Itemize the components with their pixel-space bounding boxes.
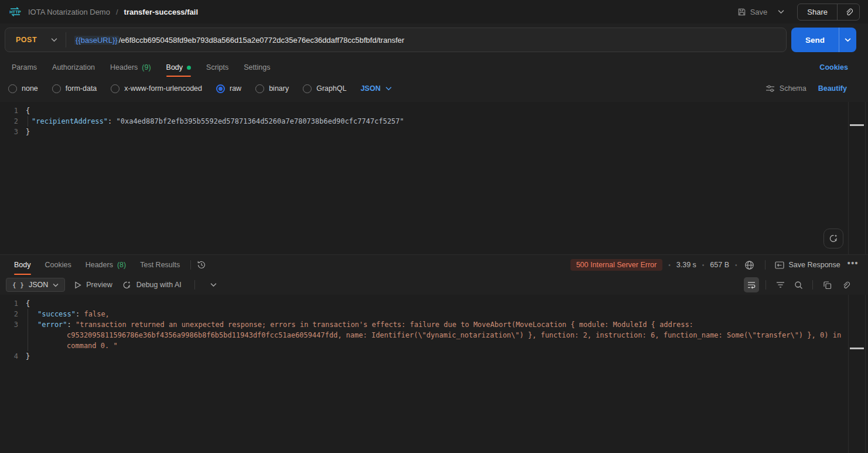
response-history-button[interactable] (194, 258, 209, 272)
radio-graphql[interactable]: GraphQL (303, 84, 346, 93)
radio-circle (255, 84, 264, 93)
language-label: JSON (361, 84, 381, 93)
response-tab-cookies[interactable]: Cookies (45, 255, 71, 275)
tab-scripts[interactable]: Scripts (206, 56, 228, 79)
radio-label: x-www-form-urlencoded (124, 84, 202, 93)
tab-body[interactable]: Body (166, 56, 192, 79)
code-line: 3 "error": "transaction returned an unex… (0, 319, 868, 351)
top-bar: HTTP IOTA Notarization Demo / transfer-s… (0, 0, 868, 23)
debug-with-ai-button[interactable]: Debug with AI (122, 280, 182, 290)
save-response-icon (775, 261, 784, 269)
share-button[interactable]: Share (798, 4, 837, 20)
http-request-icon: HTTP (8, 5, 22, 19)
code-text: "success": false, (26, 309, 868, 319)
save-button[interactable]: Save (734, 5, 771, 19)
radio-urlencoded[interactable]: x-www-form-urlencoded (111, 84, 202, 93)
cookies-link[interactable]: Cookies (819, 63, 861, 71)
tab-settings[interactable]: Settings (244, 56, 270, 79)
radio-none[interactable]: none (8, 84, 38, 93)
toolbar-more-chevron[interactable] (208, 280, 219, 290)
response-format-selector[interactable]: { } JSON (6, 278, 65, 292)
tab-label: Body (14, 261, 31, 269)
tab-authorization[interactable]: Authorization (52, 56, 95, 79)
code-line: 2 "recipientAddress": "0xa4ed887bf2efb39… (0, 116, 868, 127)
method-label: POST (16, 36, 37, 44)
more-actions-button[interactable]: ••• (846, 258, 861, 271)
tab-label: Headers (110, 63, 138, 71)
method-selector[interactable]: POST (5, 36, 66, 44)
divider (194, 280, 195, 289)
url-input[interactable]: {{baseURL}}/e6f8ccb6950458fd9eb793d8a566… (66, 36, 412, 45)
editor-scrollbar[interactable] (848, 295, 866, 453)
language-selector[interactable]: JSON (361, 84, 392, 93)
beautify-button[interactable]: Beautify (818, 84, 847, 93)
dot-separator: • (702, 262, 705, 268)
save-options-chevron[interactable] (775, 6, 787, 17)
copy-icon (823, 281, 832, 289)
radio-label: raw (230, 84, 241, 93)
preview-button[interactable]: Preview (74, 281, 112, 289)
request-tabs: Params Authorization Headers (9) Body Sc… (0, 56, 868, 79)
headers-count: (8) (117, 261, 126, 269)
code-line: 4 } (0, 351, 868, 362)
save-label: Save (750, 8, 768, 16)
schema-label: Schema (780, 84, 807, 93)
schema-toggle[interactable]: Schema (766, 84, 807, 93)
postbot-ai-button[interactable] (823, 229, 843, 248)
filter-button[interactable] (773, 277, 788, 292)
tab-label: Test Results (140, 261, 180, 269)
save-response-label: Save Response (789, 261, 840, 269)
radio-form-data[interactable]: form-data (52, 84, 97, 93)
send-options-chevron[interactable] (839, 28, 856, 52)
code-text: } (26, 351, 868, 362)
code-line: 2 "success": false, (0, 309, 868, 319)
network-info-button[interactable] (743, 259, 756, 271)
code-text: "error": "transaction returned an unexpe… (26, 319, 868, 351)
debug-label: Debug with AI (136, 281, 182, 289)
editor-scrollbar[interactable] (848, 102, 866, 254)
request-body-editor[interactable]: 1 { 2 "recipientAddress": "0xa4ed887bf2e… (0, 102, 868, 254)
tab-headers[interactable]: Headers (9) (110, 56, 151, 79)
link-button[interactable] (838, 277, 853, 292)
chevron-down-icon (385, 86, 392, 91)
code-text: "recipientAddress": "0xa4ed887bf2efb395b… (26, 116, 868, 127)
globe-icon (744, 260, 754, 270)
status-badge: 500 Internal Server Error (570, 259, 663, 271)
get-link-button[interactable] (838, 4, 859, 20)
response-body-viewer[interactable]: 1 { 2 "success": false, 3 "error": "tran… (0, 295, 868, 453)
code-line: 1 { (0, 298, 868, 309)
ai-sparkle-icon (828, 233, 839, 244)
body-format-actions: Schema Beautify (766, 84, 860, 93)
divider (765, 260, 766, 270)
divider (190, 260, 191, 270)
indent-guide (28, 309, 28, 351)
radio-circle (52, 84, 61, 93)
ai-sparkle-icon (122, 280, 132, 290)
radio-raw[interactable]: raw (216, 84, 241, 93)
scroll-marker (850, 348, 864, 349)
response-tab-headers[interactable]: Headers (8) (86, 255, 127, 275)
body-type-bar: none form-data x-www-form-urlencoded raw… (0, 79, 868, 98)
search-button[interactable] (791, 277, 806, 292)
send-button[interactable]: Send (791, 28, 839, 52)
paperclip-icon (844, 8, 853, 16)
line-number: 3 (0, 319, 26, 351)
radio-label: none (22, 84, 38, 93)
tab-params[interactable]: Params (12, 56, 37, 79)
tab-label: Settings (244, 63, 270, 71)
chevron-down-icon (53, 283, 59, 287)
tab-label: Authorization (52, 63, 95, 71)
response-tab-body[interactable]: Body (14, 255, 31, 275)
copy-button[interactable] (819, 277, 835, 292)
wrap-text-button[interactable] (744, 277, 759, 292)
breadcrumb-collection[interactable]: IOTA Notarization Demo (28, 8, 110, 16)
line-number: 2 (0, 309, 26, 319)
breadcrumb-request-name[interactable]: transfer-success/fail (124, 8, 198, 16)
scroll-marker (850, 124, 864, 126)
base-url-variable[interactable]: {{baseURL}} (74, 36, 119, 45)
paperclip-icon (841, 281, 850, 289)
radio-binary[interactable]: binary (255, 84, 289, 93)
save-response-button[interactable]: Save Response (775, 261, 840, 269)
response-tab-test-results[interactable]: Test Results (140, 255, 180, 275)
share-group: Share (797, 4, 860, 21)
